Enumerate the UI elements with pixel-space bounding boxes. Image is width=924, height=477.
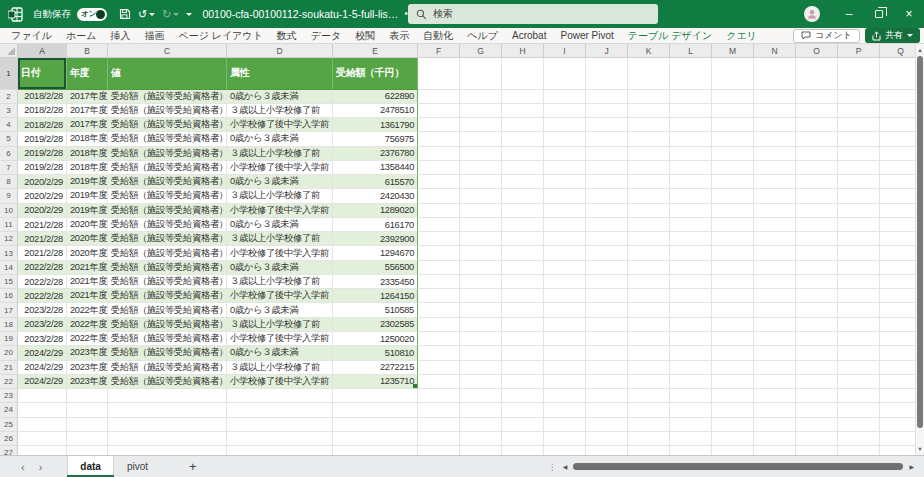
row-header-22[interactable]: 22 (0, 375, 18, 389)
cell-I6[interactable] (544, 147, 586, 161)
cell-B26[interactable] (67, 432, 108, 446)
cell-P17[interactable] (838, 303, 880, 317)
cell-K25[interactable] (628, 418, 670, 432)
cell-A24[interactable] (18, 403, 67, 417)
cell-I26[interactable] (544, 432, 586, 446)
cell-F15[interactable] (418, 275, 460, 289)
cell-M25[interactable] (712, 418, 754, 432)
cell-O18[interactable] (796, 318, 838, 332)
column-header-N[interactable]: N (754, 44, 796, 57)
ribbon-tab-数式[interactable]: 数式 (270, 28, 304, 43)
cell-C25[interactable] (108, 418, 227, 432)
cell-P18[interactable] (838, 318, 880, 332)
cell-C8[interactable]: 受給額（施設等受給資格者） (108, 175, 227, 189)
column-header-E[interactable]: E (333, 44, 418, 57)
cell-L27[interactable] (670, 446, 712, 455)
cell-C10[interactable]: 受給額（施設等受給資格者） (108, 204, 227, 218)
cell-N25[interactable] (754, 418, 796, 432)
cell-P20[interactable] (838, 346, 880, 360)
cell-C17[interactable]: 受給額（施設等受給資格者） (108, 303, 227, 317)
row-header-9[interactable]: 9 (0, 189, 18, 203)
cell-H19[interactable] (502, 332, 544, 346)
cell-L14[interactable] (670, 261, 712, 275)
autosave-toggle[interactable]: オン (77, 8, 107, 21)
cell-B5[interactable]: 2018年度 (67, 132, 108, 146)
cell-I14[interactable] (544, 261, 586, 275)
redo-button[interactable]: ↻ (160, 5, 181, 23)
cell-M9[interactable] (712, 189, 754, 203)
cell-B9[interactable]: 2019年度 (67, 189, 108, 203)
cell-A8[interactable]: 2020/2/29 (18, 175, 67, 189)
row-header-6[interactable]: 6 (0, 147, 18, 161)
row-header-8[interactable]: 8 (0, 175, 18, 189)
cell-J15[interactable] (586, 275, 628, 289)
cell-J18[interactable] (586, 318, 628, 332)
cell-H27[interactable] (502, 446, 544, 455)
cell-M19[interactable] (712, 332, 754, 346)
cell-P12[interactable] (838, 232, 880, 246)
cell-N14[interactable] (754, 261, 796, 275)
cell-D25[interactable] (227, 418, 333, 432)
cell-H12[interactable] (502, 232, 544, 246)
cell-M15[interactable] (712, 275, 754, 289)
row-header-15[interactable]: 15 (0, 275, 18, 289)
cell-G21[interactable] (460, 361, 502, 375)
cell-J4[interactable] (586, 118, 628, 132)
cell-N1[interactable] (754, 58, 796, 90)
cell-I10[interactable] (544, 204, 586, 218)
sheet-tab-data[interactable]: data (67, 456, 114, 477)
cell-F5[interactable] (418, 132, 460, 146)
cell-O26[interactable] (796, 432, 838, 446)
cell-O2[interactable] (796, 90, 838, 104)
cell-P3[interactable] (838, 104, 880, 118)
cell-L8[interactable] (670, 175, 712, 189)
cell-C22[interactable]: 受給額（施設等受給資格者） (108, 375, 227, 389)
cell-E2[interactable]: 622890 (333, 90, 418, 104)
cell-F1[interactable] (418, 58, 460, 90)
cell-E8[interactable]: 615570 (333, 175, 418, 189)
cell-A18[interactable]: 2023/2/28 (18, 318, 67, 332)
cell-G18[interactable] (460, 318, 502, 332)
cell-C13[interactable]: 受給額（施設等受給資格者） (108, 246, 227, 260)
cell-L26[interactable] (670, 432, 712, 446)
cell-I19[interactable] (544, 332, 586, 346)
excel-app-icon[interactable] (8, 7, 23, 22)
cell-J21[interactable] (586, 361, 628, 375)
cell-G24[interactable] (460, 403, 502, 417)
cell-N20[interactable] (754, 346, 796, 360)
cell-K2[interactable] (628, 90, 670, 104)
cell-D13[interactable]: 小学校修了後中学入学前 (227, 246, 333, 260)
cell-N18[interactable] (754, 318, 796, 332)
cell-B16[interactable]: 2021年度 (67, 289, 108, 303)
cell-O9[interactable] (796, 189, 838, 203)
cell-F20[interactable] (418, 346, 460, 360)
cell-G1[interactable] (460, 58, 502, 90)
cell-F11[interactable] (418, 218, 460, 232)
cell-J17[interactable] (586, 303, 628, 317)
cell-N19[interactable] (754, 332, 796, 346)
cell-P25[interactable] (838, 418, 880, 432)
cell-L10[interactable] (670, 204, 712, 218)
cell-P14[interactable] (838, 261, 880, 275)
cell-E14[interactable]: 556500 (333, 261, 418, 275)
cell-J1[interactable] (586, 58, 628, 90)
cell-F14[interactable] (418, 261, 460, 275)
cell-K5[interactable] (628, 132, 670, 146)
cell-D19[interactable]: 小学校修了後中学入学前 (227, 332, 333, 346)
cell-L23[interactable] (670, 389, 712, 403)
cell-D10[interactable]: 小学校修了後中学入学前 (227, 204, 333, 218)
cell-J3[interactable] (586, 104, 628, 118)
cell-B11[interactable]: 2020年度 (67, 218, 108, 232)
cell-D23[interactable] (227, 389, 333, 403)
cell-O27[interactable] (796, 446, 838, 455)
cell-F24[interactable] (418, 403, 460, 417)
cell-C6[interactable]: 受給額（施設等受給資格者） (108, 147, 227, 161)
cell-L1[interactable] (670, 58, 712, 90)
cell-I12[interactable] (544, 232, 586, 246)
cell-J16[interactable] (586, 289, 628, 303)
cell-I23[interactable] (544, 389, 586, 403)
cell-G27[interactable] (460, 446, 502, 455)
cell-C15[interactable]: 受給額（施設等受給資格者） (108, 275, 227, 289)
cell-N8[interactable] (754, 175, 796, 189)
undo-dropdown-icon[interactable] (149, 13, 155, 16)
